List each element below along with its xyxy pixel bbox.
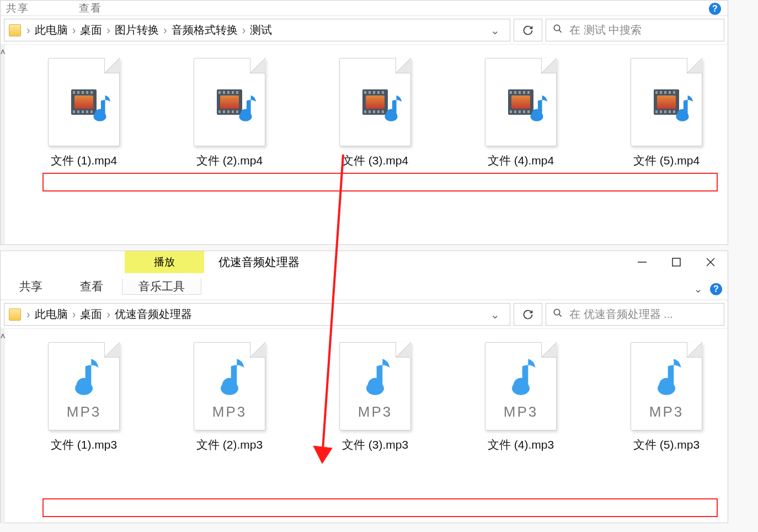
explorer-window-source: 共享 查看 ? › 此电脑 › 桌面 › 图片转换 › 音频格式转换 › 测试 … [0,0,728,245]
file-label: 文件 (1).mp3 [20,437,147,453]
file-label: 文件 (4).mp3 [457,437,584,453]
svg-point-13 [75,382,93,395]
music-note-icon [503,356,538,400]
mp3-badge: MP3 [649,403,684,421]
chevron-right-icon: › [71,24,77,36]
file-item[interactable]: 文件 (1).mp4 [37,58,131,239]
svg-line-1 [559,30,562,33]
file-item[interactable]: 文件 (4).mp4 [474,58,568,239]
minimize-button[interactable] [625,251,659,273]
explorer-window-target: 播放 优速音频处理器 共享 查看 音乐工具 ⌄ ? › 此电脑 › [0,251,728,523]
ribbon-tab-share[interactable]: 共享 [6,1,29,15]
file-item[interactable]: 文件 (3).mp4 [328,58,422,239]
music-note-icon [670,93,695,126]
search-box[interactable]: 在 优速音频处理器 ... [546,303,724,326]
file-item[interactable]: 文件 (5).mp4 [620,58,713,239]
svg-point-2 [94,112,106,121]
crumb-app[interactable]: 优速音频处理器 [111,307,195,322]
music-note-icon [212,356,247,400]
help-icon[interactable]: ? [710,283,722,295]
file-label: 文件 (4).mp4 [457,153,584,168]
search-box[interactable]: 在 测试 中搜索 [546,19,724,41]
svg-rect-8 [672,258,680,266]
ribbon-tab-share[interactable]: 共享 [1,279,61,294]
file-item[interactable]: 文件 (2).mp4 [183,58,276,239]
folder-icon [9,24,21,36]
svg-line-12 [559,314,562,317]
file-label: 文件 (2).mp3 [166,437,293,453]
close-icon [706,257,716,267]
search-placeholder: 在 测试 中搜索 [569,23,642,38]
search-placeholder: 在 优速音频处理器 ... [569,307,673,322]
file-label: 文件 (5).mp4 [603,153,730,168]
mp3-badge: MP3 [212,403,247,421]
crumb-desktop[interactable]: 桌面 [77,23,105,38]
file-grid: MP3 文件 (1).mp3 MP3 文件 (2).mp3 MP3 文件 (3)… [5,329,735,523]
file-grid: 文件 (1).mp4 文件 (2).mp4 [5,45,735,244]
file-thumb [631,58,702,146]
maximize-icon [672,258,681,267]
crumb-desktop[interactable]: 桌面 [77,307,105,322]
mp3-badge: MP3 [504,403,538,421]
ribbon: 播放 优速音频处理器 共享 查看 音乐工具 ⌄ ? [1,251,728,300]
music-note-icon [378,93,404,126]
music-note-icon [524,93,549,126]
refresh-button[interactable] [514,303,542,326]
file-item[interactable]: MP3 文件 (2).mp3 [183,342,276,518]
crumb-pc[interactable]: 此电脑 [31,23,71,38]
ribbon-tab-music-tools[interactable]: 音乐工具 [122,279,201,295]
mp3-badge: MP3 [358,403,392,421]
file-label: 文件 (3).mp3 [312,437,439,453]
scrollbar-up-icon[interactable]: ʌ [1,45,5,244]
file-item[interactable]: MP3 文件 (4).mp3 [474,342,568,518]
address-bar-row: › 此电脑 › 桌面 › 图片转换 › 音频格式转换 › 测试 ⌄ 在 测试 中… [1,16,728,45]
file-thumb [339,58,411,146]
file-item[interactable]: MP3 文件 (1).mp3 [37,342,131,518]
svg-point-11 [554,309,560,315]
maximize-button[interactable] [659,251,693,273]
mp3-badge: MP3 [67,403,101,421]
file-item[interactable]: MP3 文件 (3).mp3 [328,342,422,518]
chevron-right-icon: › [105,308,111,321]
crumb-pc[interactable]: 此电脑 [31,307,71,322]
chevron-down-icon[interactable]: ⌄ [694,283,702,295]
crumb-test[interactable]: 测试 [247,23,275,38]
chevron-down-icon[interactable]: ⌄ [485,308,505,321]
music-note-icon [357,356,393,400]
refresh-button[interactable] [514,19,542,41]
music-note-icon [649,356,684,400]
file-item[interactable]: MP3 文件 (5).mp3 [620,342,713,518]
close-button[interactable] [693,251,728,273]
file-thumb [194,58,265,146]
refresh-icon [522,309,533,320]
file-thumb: MP3 [194,342,265,430]
file-thumb [485,58,557,146]
highlight-box [42,173,718,191]
file-thumb [48,58,120,146]
music-note-icon [233,93,258,126]
svg-point-0 [554,25,560,31]
file-thumb: MP3 [485,342,557,430]
crumb-audiofmt[interactable]: 音频格式转换 [168,23,241,38]
search-icon [553,308,563,321]
window-title: 优速音频处理器 [204,251,625,273]
file-thumb: MP3 [48,342,120,430]
minimize-icon [637,257,647,267]
file-label: 文件 (2).mp4 [166,153,293,168]
file-thumb: MP3 [339,342,411,430]
file-label: 文件 (3).mp4 [312,153,439,168]
breadcrumb-box[interactable]: › 此电脑 › 桌面 › 图片转换 › 音频格式转换 › 测试 ⌄ [4,19,510,41]
ribbon-tab-view[interactable]: 查看 [61,279,122,294]
scrollbar-up-icon[interactable]: ʌ [1,329,5,523]
svg-point-4 [385,112,398,121]
svg-point-14 [221,382,238,395]
svg-point-15 [366,382,384,395]
svg-point-16 [512,382,530,395]
chevron-right-icon: › [25,24,31,36]
ribbon-tab-view[interactable]: 查看 [79,1,102,15]
contextual-tab-play[interactable]: 播放 [125,251,204,273]
crumb-imgconv[interactable]: 图片转换 [111,23,162,38]
help-icon[interactable]: ? [709,3,721,15]
breadcrumb-box[interactable]: › 此电脑 › 桌面 › 优速音频处理器 ⌄ [4,303,510,326]
chevron-down-icon[interactable]: ⌄ [485,24,505,37]
